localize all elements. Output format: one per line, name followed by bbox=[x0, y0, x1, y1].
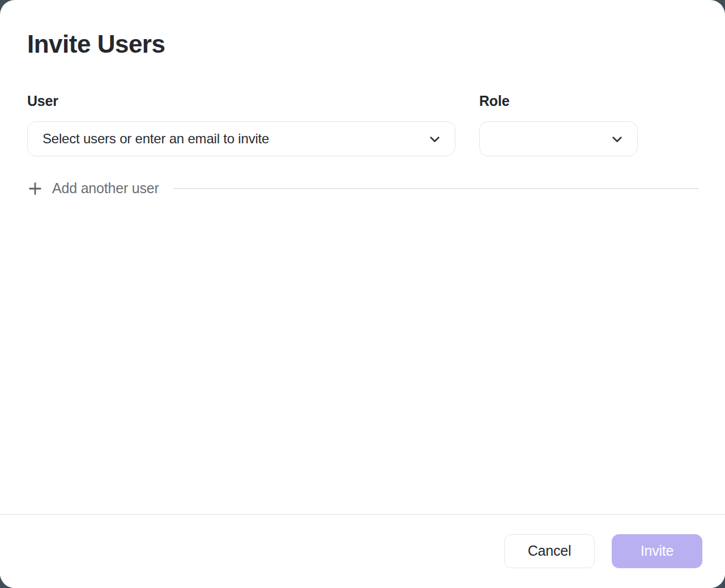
user-select-placeholder: Select users or enter an email to invite bbox=[42, 131, 427, 147]
add-another-user-row: Add another user bbox=[27, 180, 699, 197]
role-field-group: Role bbox=[479, 93, 638, 156]
plus-icon bbox=[27, 181, 43, 197]
role-select[interactable] bbox=[479, 121, 638, 156]
modal-body: Invite Users User Select users or enter … bbox=[0, 0, 725, 197]
invite-button[interactable]: Invite bbox=[612, 534, 702, 568]
modal-title: Invite Users bbox=[27, 31, 699, 58]
user-field-label: User bbox=[27, 93, 455, 109]
chevron-down-icon bbox=[427, 131, 442, 147]
footer-divider bbox=[0, 514, 725, 515]
modal-footer: Cancel Invite bbox=[0, 514, 725, 588]
invite-users-modal: Invite Users User Select users or enter … bbox=[0, 0, 725, 588]
page-backdrop: { "modal": { "title": "Invite Users", "u… bbox=[0, 0, 725, 588]
invite-row: User Select users or enter an email to i… bbox=[27, 93, 699, 156]
add-another-user-button[interactable]: Add another user bbox=[27, 180, 159, 197]
add-another-user-label: Add another user bbox=[52, 180, 159, 197]
add-row-divider bbox=[173, 188, 699, 189]
cancel-button[interactable]: Cancel bbox=[504, 534, 595, 568]
role-field-label: Role bbox=[479, 93, 638, 109]
user-field-group: User Select users or enter an email to i… bbox=[27, 93, 455, 156]
user-select[interactable]: Select users or enter an email to invite bbox=[27, 121, 455, 156]
chevron-down-icon bbox=[609, 131, 625, 147]
